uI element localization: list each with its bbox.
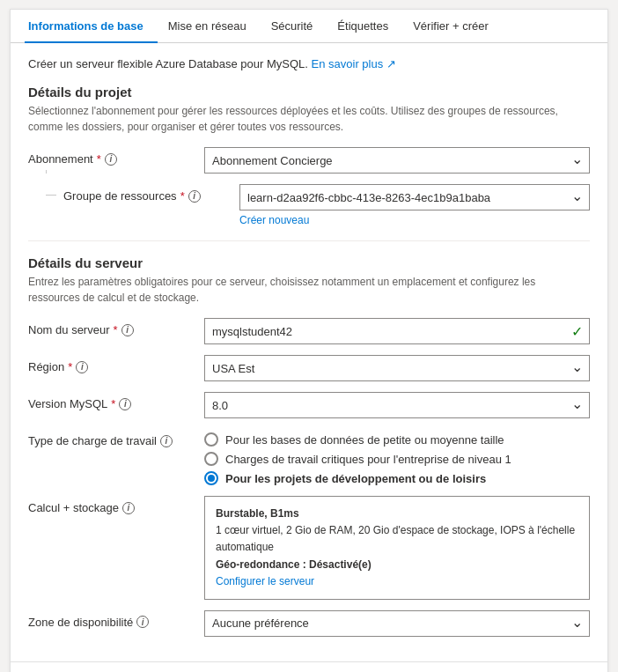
region-required: *	[68, 360, 72, 373]
calcul-stockage-label: Calcul + stockage i	[28, 496, 204, 514]
tab-etiquettes[interactable]: Étiquettes	[334, 11, 402, 43]
groupe-ressources-row: Groupe de ressources * i learn-d2aa92f6-…	[28, 184, 590, 226]
nom-serveur-label: Nom du serveur * i	[28, 318, 204, 336]
zone-dispo-select[interactable]: Aucune préférence	[204, 610, 590, 637]
region-label: Région * i	[28, 355, 204, 373]
radio-group-charge: Pour les bases de données de petite ou m…	[204, 429, 590, 485]
version-select-wrapper: 8.0	[204, 392, 590, 418]
tab-reseau[interactable]: Mise en réseau	[165, 11, 261, 43]
storage-title: Burstable, B1ms	[216, 506, 578, 522]
nom-input-wrapper: ✓	[204, 318, 590, 344]
radio-option-small[interactable]: Pour les bases de données de petite ou m…	[204, 432, 590, 447]
radio-btn-critical	[204, 452, 218, 466]
storage-geo: Géo-redondance : Désactivé(e)	[216, 557, 578, 573]
nom-required: *	[113, 323, 117, 336]
radio-label-critical: Charges de travail critiques pour l'entr…	[225, 453, 511, 466]
external-link-icon: ↗	[386, 57, 396, 70]
create-new-link[interactable]: Créer nouveau	[239, 214, 590, 226]
validation-check-icon: ✓	[571, 323, 583, 340]
region-select-wrapper: USA Est	[204, 355, 590, 381]
calcul-stockage-row: Calcul + stockage i Burstable, B1ms 1 cœ…	[28, 496, 590, 600]
type-charge-control: Pour les bases de données de petite ou m…	[204, 429, 590, 485]
footer: Réviser + créer Suivant : Réseaux >	[11, 661, 607, 672]
abonnement-row: Abonnement * i Abonnement Concierge	[28, 147, 590, 174]
region-select[interactable]: USA Est	[204, 355, 590, 381]
region-info-icon[interactable]: i	[76, 361, 88, 373]
abonnement-info-icon[interactable]: i	[105, 153, 117, 166]
content-area: Créer un serveur flexible Azure Database…	[11, 43, 607, 661]
zone-dispo-row: Zone de disponibilité i Aucune préférenc…	[28, 610, 590, 637]
intro-description: Créer un serveur flexible Azure Database…	[28, 57, 308, 70]
server-section-desc: Entrez les paramètres obligatoires pour …	[28, 274, 590, 306]
main-card: Informations de base Mise en réseau Sécu…	[10, 9, 608, 672]
version-mysql-control: 8.0	[204, 392, 590, 418]
storage-info-box: Burstable, B1ms 1 cœur virtuel, 2 Gio de…	[204, 496, 590, 600]
project-section-desc: Sélectionnez l'abonnement pour gérer les…	[28, 103, 590, 135]
groupe-ressources-select[interactable]: learn-d2aa92f6-cbbc-413e-8263-4ec1b9a1ba…	[239, 184, 590, 210]
calcul-stockage-control: Burstable, B1ms 1 cœur virtuel, 2 Gio de…	[204, 496, 590, 600]
learn-more-link[interactable]: En savoir plus ↗	[312, 57, 396, 70]
calcul-info-icon[interactable]: i	[122, 502, 135, 514]
configure-server-link[interactable]: Configurer le serveur	[216, 575, 314, 587]
nom-serveur-input[interactable]	[204, 318, 590, 344]
server-section-title: Détails du serveur	[28, 255, 590, 270]
tab-verifier[interactable]: Vérifier + créer	[409, 11, 503, 43]
intro-text: Créer un serveur flexible Azure Database…	[28, 57, 590, 70]
tab-securite[interactable]: Sécurité	[268, 11, 327, 43]
groupe-info-icon[interactable]: i	[188, 190, 201, 203]
groupe-required: *	[180, 189, 185, 203]
radio-btn-small	[204, 432, 218, 447]
radio-option-critical[interactable]: Charges de travail critiques pour l'entr…	[204, 452, 590, 466]
version-required: *	[111, 397, 115, 410]
tab-bar: Informations de base Mise en réseau Sécu…	[11, 10, 607, 43]
section-divider	[28, 240, 590, 241]
radio-btn-dev	[204, 471, 218, 485]
abonnement-required: *	[97, 152, 101, 166]
nom-serveur-control: ✓	[204, 318, 590, 344]
region-control: USA Est	[204, 355, 590, 381]
radio-label-small: Pour les bases de données de petite ou m…	[225, 433, 504, 447]
type-charge-row: Type de charge de travail i Pour les bas…	[28, 429, 590, 485]
radio-label-dev: Pour les projets de développement ou de …	[225, 472, 486, 485]
type-charge-info-icon[interactable]: i	[160, 435, 173, 447]
abonnement-select[interactable]: Abonnement Concierge	[204, 147, 590, 174]
version-mysql-label: Version MySQL * i	[28, 392, 204, 410]
abonnement-select-wrapper: Abonnement Concierge	[204, 147, 590, 174]
type-charge-label: Type de charge de travail i	[28, 429, 204, 447]
zone-select-wrapper: Aucune préférence	[204, 610, 590, 637]
abonnement-control: Abonnement Concierge	[204, 147, 590, 174]
version-mysql-select[interactable]: 8.0	[204, 392, 590, 418]
project-section-title: Détails du projet	[28, 85, 590, 100]
abonnement-label: Abonnement * i	[28, 147, 204, 166]
groupe-ressources-label: Groupe de ressources * i	[63, 184, 239, 203]
nom-serveur-row: Nom du serveur * i ✓	[28, 318, 590, 344]
nom-info-icon[interactable]: i	[121, 324, 134, 336]
groupe-select-wrapper: learn-d2aa92f6-cbbc-413e-8263-4ec1b9a1ba…	[239, 184, 590, 210]
zone-info-icon[interactable]: i	[136, 616, 149, 628]
tab-informations[interactable]: Informations de base	[25, 11, 158, 43]
region-row: Région * i USA Est	[28, 355, 590, 381]
groupe-ressources-control: learn-d2aa92f6-cbbc-413e-8263-4ec1b9a1ba…	[239, 184, 590, 226]
version-info-icon[interactable]: i	[119, 398, 131, 410]
zone-dispo-label: Zone de disponibilité i	[28, 610, 204, 629]
radio-option-dev[interactable]: Pour les projets de développement ou de …	[204, 471, 590, 485]
zone-dispo-control: Aucune préférence	[204, 610, 590, 637]
storage-line1: 1 cœur virtuel, 2 Gio de RAM, 20 Gio d'e…	[216, 522, 578, 556]
version-mysql-row: Version MySQL * i 8.0	[28, 392, 590, 418]
